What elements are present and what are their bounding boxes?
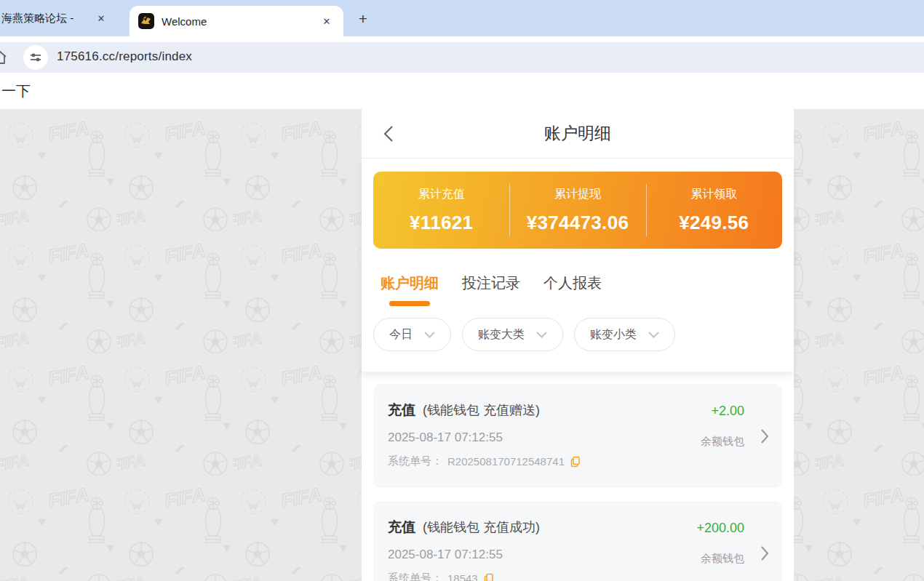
total-claimed: 累计领取 ¥249.56: [646, 172, 782, 249]
transaction-type: 充值: [388, 518, 415, 537]
page-title: 账户明细: [544, 122, 611, 145]
transaction-row[interactable]: 充值 (钱能钱包 充值赠送) 2025-08-17 07:12:55 系统单号：…: [373, 384, 782, 488]
site-favicon-pegasus-icon: [138, 13, 154, 29]
transaction-row[interactable]: 充值 (钱能钱包 充值成功) 2025-08-17 07:12:55 系统单号：…: [373, 501, 782, 581]
tab-personal-report[interactable]: 个人报表: [542, 271, 603, 306]
transaction-list: 充值 (钱能钱包 充值赠送) 2025-08-17 07:12:55 系统单号：…: [362, 372, 794, 581]
chevron-right-icon: [760, 428, 769, 444]
browser-tab-welcome[interactable]: Welcome ✕: [130, 6, 343, 36]
filter-major-type-dropdown[interactable]: 账变大类: [462, 318, 563, 351]
url-bar[interactable]: 175616.cc/reports/index: [57, 49, 192, 64]
chevron-right-icon: [760, 545, 769, 561]
chevron-down-icon: [424, 332, 435, 338]
transaction-order-row: 系统单号： R202508170712548741: [388, 454, 768, 468]
page-top-strip: 一下: [0, 73, 924, 109]
page-body: FIFA FIFA 账户明细: [0, 109, 924, 581]
close-icon[interactable]: ✕: [319, 13, 335, 29]
total-claimed-label: 累计领取: [690, 187, 737, 202]
filter-date-label: 今日: [389, 327, 413, 342]
account-detail-panel: 账户明细 累计充值 ¥11621 累计提现 ¥374473.06 累计领取 ¥2…: [362, 109, 794, 581]
transaction-amount: +200.00: [696, 521, 744, 536]
total-deposit-label: 累计充值: [418, 187, 465, 202]
chevron-down-icon: [648, 332, 659, 338]
order-number: 18543: [447, 572, 478, 581]
transaction-type: 充值: [388, 401, 415, 420]
copy-icon[interactable]: [570, 456, 581, 468]
total-withdraw-value: ¥374473.06: [527, 212, 629, 234]
section-tabs: 账户明细 投注记录 个人报表: [379, 271, 776, 306]
order-label: 系统单号：: [388, 454, 442, 468]
tab-title: 海燕策略论坛 -: [0, 12, 93, 25]
total-deposit-value: ¥11621: [410, 212, 473, 234]
tabstrip-divider: [0, 36, 924, 42]
total-deposit: 累计充值 ¥11621: [373, 172, 509, 249]
transaction-detail: (钱能钱包 充值赠送): [423, 401, 540, 419]
total-claimed-value: ¥249.56: [679, 212, 749, 234]
filter-minor-type-label: 账变小类: [590, 327, 637, 342]
tab-account-detail[interactable]: 账户明细: [379, 271, 440, 306]
transaction-wallet: 余额钱包: [701, 552, 744, 566]
tab-title: Welcome: [162, 15, 319, 28]
transaction-amount: +2.00: [711, 404, 744, 419]
transaction-amount-block: +2.00 余额钱包: [701, 404, 744, 449]
browser-toolbar: 175616.cc/reports/index: [0, 42, 924, 73]
summary-and-filters-section: 累计充值 ¥11621 累计提现 ¥374473.06 累计领取 ¥249.56…: [362, 159, 794, 372]
transaction-detail: (钱能钱包 充值成功): [423, 518, 540, 536]
new-tab-button[interactable]: +: [354, 9, 373, 28]
filter-major-type-label: 账变大类: [478, 327, 525, 342]
totals-summary-card: 累计充值 ¥11621 累计提现 ¥374473.06 累计领取 ¥249.56: [373, 172, 782, 249]
total-withdraw-label: 累计提现: [554, 187, 601, 202]
order-label: 系统单号：: [388, 572, 442, 581]
filters-row: 今日 账变大类 账变小类: [373, 318, 782, 372]
chevron-left-icon: [383, 125, 394, 143]
filter-date-dropdown[interactable]: 今日: [373, 318, 451, 351]
transaction-order-row: 系统单号： 18543: [388, 572, 768, 581]
tab-bet-records[interactable]: 投注记录: [461, 271, 522, 306]
chevron-down-icon: [536, 332, 547, 338]
tune-icon: [29, 51, 42, 64]
home-icon[interactable]: [0, 49, 8, 65]
transaction-wallet: 余额钱包: [701, 435, 744, 449]
filter-minor-type-dropdown[interactable]: 账变小类: [574, 318, 675, 351]
total-withdraw: 累计提现 ¥374473.06: [509, 172, 645, 249]
copy-icon[interactable]: [483, 573, 495, 581]
transaction-amount-block: +200.00 余额钱包: [696, 521, 744, 566]
browser-tab-strip: 海燕策略论坛 - ✕ Welcome ✕ +: [0, 0, 924, 36]
site-settings-button[interactable]: [23, 45, 48, 70]
back-button[interactable]: [383, 124, 404, 144]
order-number: R202508170712548741: [447, 455, 565, 468]
browser-tab-forum[interactable]: 海燕策略论坛 - ✕: [0, 0, 130, 36]
close-icon[interactable]: ✕: [93, 10, 109, 26]
app-header: 账户明细: [362, 109, 794, 159]
truncated-page-text: 一下: [0, 73, 924, 101]
